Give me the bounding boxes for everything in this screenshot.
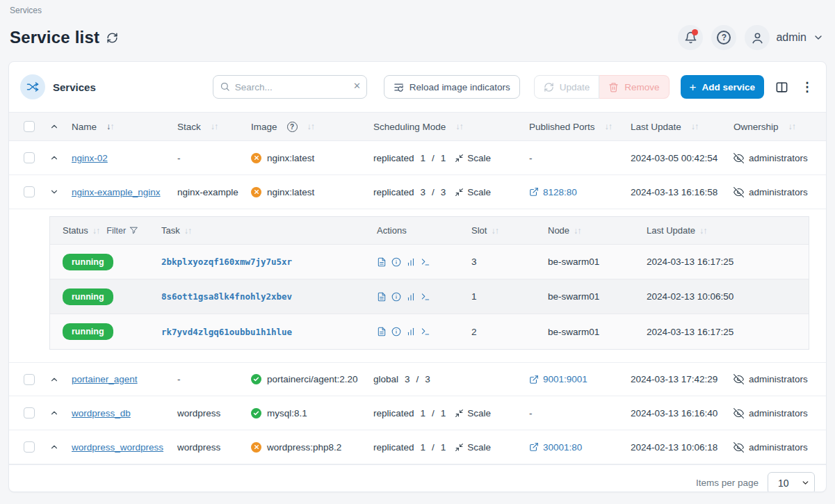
- stack-value: wordpress: [177, 408, 220, 418]
- column-header-last-update[interactable]: Last Update ↓↑: [631, 122, 733, 132]
- task-id-link[interactable]: 2bkplxyozqf160xmw7jy7u5xr: [161, 257, 292, 267]
- image-up-to-date-icon: [251, 374, 261, 384]
- stats-icon[interactable]: [406, 292, 416, 302]
- table-menu-button[interactable]: ⋮: [800, 79, 815, 95]
- sort-icon: ↓↑: [106, 122, 114, 131]
- row-checkbox[interactable]: [24, 152, 35, 163]
- column-header-stack[interactable]: Stack ↓↑: [177, 122, 251, 132]
- select-all-checkbox[interactable]: [24, 121, 35, 132]
- column-header-ownership[interactable]: Ownership ↓↑: [733, 122, 826, 132]
- status-badge: running: [63, 288, 113, 305]
- logs-icon[interactable]: [377, 257, 387, 267]
- ownership-value: administrators: [749, 374, 808, 384]
- console-icon[interactable]: [421, 257, 430, 267]
- image-outdated-icon: [251, 442, 261, 453]
- running-count: 3: [421, 187, 426, 197]
- inspect-info-icon[interactable]: [391, 257, 401, 267]
- scale-button[interactable]: Scale: [455, 153, 491, 163]
- column-header-name[interactable]: Name ↓↑: [72, 122, 177, 132]
- collapse-all-chevron-up-icon[interactable]: [48, 120, 60, 133]
- task-id-link[interactable]: rk7yvd4zlgq61oubbu1h1hlue: [161, 327, 292, 337]
- service-name-link[interactable]: nginx-02: [72, 153, 108, 163]
- ownership-value: administrators: [749, 408, 808, 418]
- logs-icon[interactable]: [377, 327, 387, 336]
- inspect-info-icon[interactable]: [391, 327, 401, 336]
- stats-icon[interactable]: [406, 257, 416, 267]
- last-update-value: 2024-03-13 17:42:29: [631, 374, 718, 384]
- task-id-link[interactable]: 8s6ott1gsa8lk4fnohly2xbev: [161, 291, 292, 302]
- chevron-up-icon[interactable]: [48, 373, 60, 386]
- status-badge: running: [63, 254, 113, 270]
- eye-off-icon: [733, 408, 744, 418]
- row-checkbox[interactable]: [24, 186, 35, 197]
- image-up-to-date-icon: [251, 408, 261, 418]
- ports-value: -: [529, 153, 533, 163]
- search-input[interactable]: [213, 75, 367, 99]
- search-clear-icon[interactable]: ✕: [353, 81, 361, 91]
- task-last-update-value: 2024-03-13 16:17:25: [647, 257, 733, 267]
- sort-icon: ↓↑: [92, 226, 100, 236]
- task-column-header-status[interactable]: Status ↓↑ Filter: [50, 225, 149, 236]
- columns-settings-button[interactable]: [774, 79, 790, 95]
- logs-icon[interactable]: [377, 292, 387, 302]
- column-header-scheduling-mode[interactable]: Scheduling Mode ↓↑: [373, 122, 529, 132]
- column-header-published-ports[interactable]: Published Ports ↓↑: [529, 122, 631, 132]
- scale-icon: [455, 154, 464, 163]
- ownership-value: administrators: [749, 153, 808, 163]
- task-column-header-actions: Actions: [364, 225, 459, 236]
- column-header-image[interactable]: Image ? ↓↑: [251, 122, 373, 132]
- bulk-actions: Update Remove: [534, 75, 670, 99]
- task-column-header-last-update[interactable]: Last Update ↓↑: [634, 225, 809, 236]
- task-row: running 8s6ott1gsa8lk4fnohly2xbev 1 be-s…: [50, 279, 809, 314]
- console-icon[interactable]: [421, 327, 430, 336]
- remove-button[interactable]: Remove: [599, 75, 669, 99]
- items-per-page-select-wrap: 10: [768, 472, 815, 493]
- scale-button[interactable]: Scale: [455, 442, 491, 453]
- slot-value: 3: [471, 257, 477, 267]
- service-name-link[interactable]: wordpress_wordpress: [72, 442, 163, 453]
- breadcrumb[interactable]: Services: [10, 6, 824, 15]
- items-per-page-select[interactable]: 10: [768, 472, 815, 493]
- desired-count: 1: [441, 153, 446, 163]
- image-value: mysql:8.1: [267, 408, 307, 418]
- stats-icon[interactable]: [406, 327, 416, 336]
- chevron-down-icon[interactable]: [48, 186, 60, 198]
- update-button[interactable]: Update: [534, 75, 600, 99]
- inspect-info-icon[interactable]: [391, 292, 401, 302]
- reload-image-indicators-button[interactable]: Reload image indicators: [384, 75, 520, 99]
- row-checkbox[interactable]: [24, 407, 35, 418]
- task-column-header-node[interactable]: Node ↓↑: [535, 225, 634, 236]
- notifications-button[interactable]: [678, 25, 703, 50]
- task-subtable: Status ↓↑ Filter Task ↓↑ Actions Slot ↓: [49, 216, 809, 350]
- task-table-header-row: Status ↓↑ Filter Task ↓↑ Actions Slot ↓: [50, 217, 809, 245]
- task-last-update-value: 2024-02-13 10:06:50: [647, 291, 733, 302]
- published-port-link[interactable]: 9001:9001: [529, 374, 587, 384]
- chevron-up-icon[interactable]: [48, 407, 60, 419]
- node-value: be-swarm01: [548, 291, 599, 302]
- service-name-link[interactable]: portainer_agent: [72, 374, 138, 384]
- chevron-up-icon[interactable]: [48, 441, 60, 453]
- user-avatar: [745, 25, 770, 50]
- row-checkbox[interactable]: [24, 374, 35, 385]
- replica-separator: /: [432, 442, 435, 453]
- add-service-button[interactable]: + Add service: [681, 75, 764, 99]
- task-column-header-task[interactable]: Task ↓↑: [149, 225, 364, 236]
- help-button[interactable]: ?: [711, 25, 736, 50]
- user-menu[interactable]: admin: [745, 25, 824, 50]
- service-name-link[interactable]: wordpress_db: [72, 408, 131, 418]
- scale-button[interactable]: Scale: [455, 408, 491, 418]
- row-checkbox[interactable]: [24, 441, 35, 453]
- status-filter[interactable]: Filter: [106, 226, 138, 236]
- username: admin: [776, 31, 806, 44]
- stack-value: wordpress: [177, 442, 220, 453]
- scale-button[interactable]: Scale: [455, 187, 491, 197]
- refresh-icon[interactable]: [106, 32, 118, 44]
- service-name-link[interactable]: nginx-example_nginx: [72, 187, 161, 197]
- replica-separator: /: [432, 187, 435, 197]
- console-icon[interactable]: [421, 292, 430, 302]
- published-port-link[interactable]: 30001:80: [529, 442, 582, 453]
- chevron-up-icon[interactable]: [48, 152, 60, 164]
- published-port-link[interactable]: 8128:80: [529, 187, 577, 197]
- task-last-update-value: 2024-03-13 16:17:25: [647, 327, 733, 337]
- task-column-header-slot[interactable]: Slot ↓↑: [459, 225, 535, 236]
